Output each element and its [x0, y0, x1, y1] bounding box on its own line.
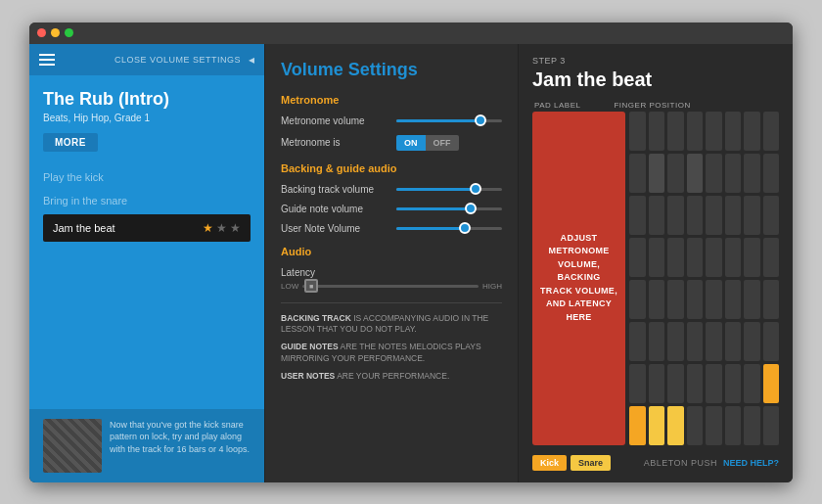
pad-cell[interactable] — [763, 196, 780, 235]
pad-cell[interactable] — [629, 112, 646, 151]
toggle-on[interactable]: ON — [396, 135, 426, 151]
pad-cell[interactable] — [687, 112, 704, 151]
pad-cell[interactable] — [706, 322, 722, 361]
step-3-active[interactable]: Jam the beat ★ ★ ★ — [43, 214, 251, 242]
pad-label-header: PAD LABEL — [534, 101, 580, 110]
pad-cell[interactable] — [629, 196, 646, 235]
left-bottom: Now that you've got the kick snare patte… — [29, 409, 264, 482]
metronome-volume-slider[interactable] — [396, 119, 502, 122]
pad-snare[interactable] — [667, 406, 684, 445]
pad-cell[interactable] — [725, 196, 742, 235]
pad-cell[interactable] — [649, 196, 665, 235]
pad-cell[interactable] — [649, 112, 665, 151]
pad-cell[interactable] — [687, 238, 704, 277]
pad-bottom: Kick Snare ABLETON PUSH NEED HELP? — [532, 451, 779, 471]
metronome-toggle-row: Metronome is ON OFF — [281, 135, 502, 151]
pad-cell[interactable] — [687, 280, 704, 319]
section-metronome: Metronome — [281, 94, 502, 106]
metronome-volume-label: Metronome volume — [281, 115, 388, 126]
pad-cell[interactable] — [725, 154, 742, 193]
more-button[interactable]: MORE — [43, 133, 98, 152]
pad-cell[interactable] — [667, 322, 684, 361]
pad-cell[interactable] — [687, 406, 704, 445]
app-content: CLOSE VOLUME SETTINGS ◂ The Rub (Intro) … — [29, 44, 793, 482]
pad-cell[interactable] — [629, 322, 646, 361]
need-help-button[interactable]: NEED HELP? — [723, 458, 779, 468]
pad-cell[interactable] — [725, 280, 742, 319]
pad-cell[interactable] — [687, 196, 704, 235]
pad-cell[interactable] — [629, 154, 646, 193]
left-main: The Rub (Intro) Beats, Hip Hop, Grade 1 … — [29, 75, 264, 409]
close-dot[interactable] — [37, 28, 46, 37]
latency-track[interactable]: ■ — [302, 285, 479, 288]
pad-cell[interactable] — [763, 280, 780, 319]
pad-cell[interactable] — [744, 322, 760, 361]
pad-cell[interactable] — [744, 364, 760, 403]
pad-cell[interactable] — [744, 112, 760, 151]
close-volume-button[interactable]: CLOSE VOLUME SETTINGS — [114, 55, 241, 65]
pad-kick[interactable] — [629, 406, 646, 445]
pad-cell[interactable] — [667, 280, 684, 319]
pad-cell[interactable] — [706, 280, 722, 319]
pad-cell[interactable] — [744, 280, 760, 319]
pad-cell[interactable] — [649, 322, 665, 361]
metronome-toggle[interactable]: ON OFF — [396, 135, 459, 151]
pad-cell[interactable] — [667, 196, 684, 235]
finger-position-header: FINGER POSITION — [614, 101, 690, 110]
pad-cell[interactable] — [667, 112, 684, 151]
footnote-user: USER NOTES ARE YOUR PERFORMANCE. — [281, 371, 502, 383]
pad-cell[interactable] — [706, 364, 722, 403]
back-icon[interactable]: ◂ — [249, 53, 254, 67]
pad-cell[interactable] — [744, 406, 760, 445]
pad-cell[interactable] — [629, 280, 646, 319]
step-1[interactable]: Play the kick — [43, 167, 251, 187]
pad-cell[interactable] — [629, 364, 646, 403]
pad-grid[interactable] — [629, 112, 779, 445]
pad-cell[interactable] — [744, 154, 760, 193]
pad-cell[interactable] — [687, 364, 704, 403]
pad-cell[interactable] — [744, 196, 760, 235]
pad-snare[interactable] — [649, 406, 665, 445]
pad-cell[interactable] — [725, 322, 742, 361]
pad-cell[interactable] — [744, 238, 760, 277]
latency-min: LOW — [281, 282, 298, 291]
pad-cell[interactable] — [725, 238, 742, 277]
pad-cell[interactable] — [706, 238, 722, 277]
pad-cell[interactable] — [706, 112, 722, 151]
pad-cell[interactable] — [629, 238, 646, 277]
pad-cell[interactable] — [763, 154, 780, 193]
pad-cell[interactable] — [725, 406, 742, 445]
pad-cell[interactable] — [667, 238, 684, 277]
pad-cell[interactable] — [667, 154, 684, 193]
pad-cell[interactable] — [649, 280, 665, 319]
pad-cell[interactable] — [725, 112, 742, 151]
kick-badge: Kick — [532, 455, 567, 471]
pad-cell[interactable] — [763, 112, 780, 151]
pad-cell[interactable] — [706, 154, 722, 193]
section-audio: Audio — [281, 246, 502, 257]
user-note-slider[interactable] — [396, 227, 502, 230]
pad-cell[interactable] — [687, 154, 704, 193]
pad-cell[interactable] — [706, 196, 722, 235]
pad-cell[interactable] — [649, 154, 665, 193]
footnote-user-text: ARE YOUR PERFORMANCE. — [337, 371, 449, 381]
pad-kick[interactable] — [763, 364, 780, 403]
latency-slider[interactable]: LOW ■ HIGH — [281, 282, 502, 291]
pad-cell[interactable] — [687, 322, 704, 361]
latency-thumb[interactable]: ■ — [304, 279, 318, 293]
toggle-off[interactable]: OFF — [426, 135, 459, 151]
maximize-dot[interactable] — [65, 28, 73, 37]
hamburger-icon[interactable] — [39, 54, 55, 66]
guide-note-slider[interactable] — [396, 207, 502, 210]
backing-track-slider[interactable] — [396, 188, 502, 191]
step-2[interactable]: Bring in the snare — [43, 191, 251, 210]
pad-cell[interactable] — [763, 322, 780, 361]
pad-cell[interactable] — [763, 406, 780, 445]
pad-cell[interactable] — [725, 364, 742, 403]
pad-cell[interactable] — [649, 364, 665, 403]
pad-cell[interactable] — [706, 406, 722, 445]
pad-cell[interactable] — [763, 238, 780, 277]
minimize-dot[interactable] — [51, 28, 60, 37]
pad-cell[interactable] — [649, 238, 665, 277]
pad-cell[interactable] — [667, 364, 684, 403]
